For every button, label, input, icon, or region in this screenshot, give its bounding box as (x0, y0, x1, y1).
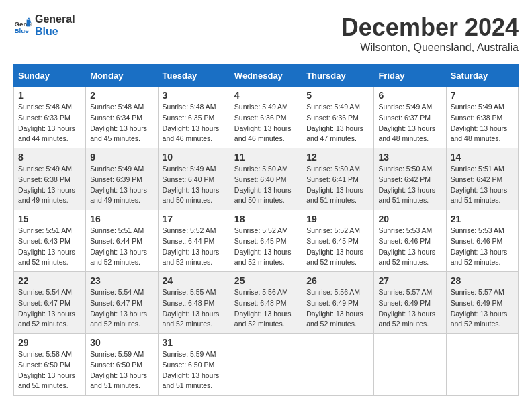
day-cell (302, 334, 374, 396)
day-number: 20 (378, 214, 441, 224)
sunrise-label: Sunrise: 5:50 AM (378, 165, 432, 173)
day-number: 16 (90, 214, 153, 224)
sunrise-label: Sunrise: 5:56 AM (306, 288, 360, 296)
daylight-minutes: and 51 minutes. (306, 196, 357, 204)
day-number: 1 (18, 90, 81, 101)
day-number: 8 (18, 152, 81, 163)
month-title: December 2024 (341, 13, 519, 42)
daylight-label: Daylight: 13 hours (306, 310, 363, 318)
logo-icon: General Blue (13, 16, 32, 35)
week-row-1: 1 Sunrise: 5:48 AM Sunset: 6:33 PM Dayli… (14, 87, 519, 148)
daylight-minutes: and 52 minutes. (234, 320, 285, 328)
day-cell: 18 Sunrise: 5:52 AM Sunset: 6:45 PM Dayl… (230, 210, 302, 272)
daylight-minutes: and 52 minutes. (163, 320, 213, 328)
sunrise-label: Sunrise: 5:51 AM (451, 165, 504, 173)
sunset-label: Sunset: 6:41 PM (306, 175, 359, 183)
sunrise-label: Sunrise: 5:57 AM (378, 288, 432, 296)
logo: General Blue General Blue (13, 13, 75, 38)
daylight-label: Daylight: 13 hours (451, 310, 508, 318)
day-cell: 30 Sunrise: 5:59 AM Sunset: 6:50 PM Dayl… (86, 334, 158, 396)
daylight-label: Daylight: 13 hours (451, 186, 508, 194)
sunset-label: Sunset: 6:40 PM (234, 175, 287, 183)
day-number: 19 (306, 214, 369, 224)
logo-general: General (35, 13, 75, 26)
sunrise-label: Sunrise: 5:49 AM (234, 103, 288, 111)
daylight-minutes: and 52 minutes. (163, 258, 213, 266)
day-cell: 19 Sunrise: 5:52 AM Sunset: 6:45 PM Dayl… (302, 210, 374, 272)
logo-blue: Blue (35, 26, 75, 38)
sunrise-label: Sunrise: 5:52 AM (163, 226, 216, 234)
sunrise-label: Sunrise: 5:54 AM (90, 288, 144, 296)
day-info: Sunrise: 5:50 AM Sunset: 6:41 PM Dayligh… (306, 164, 369, 206)
sunset-label: Sunset: 6:49 PM (378, 299, 431, 307)
daylight-minutes: and 48 minutes. (451, 134, 501, 142)
daylight-minutes: and 52 minutes. (378, 320, 429, 328)
sunset-label: Sunset: 6:46 PM (378, 237, 431, 245)
day-number: 6 (378, 90, 441, 101)
sunrise-label: Sunrise: 5:48 AM (18, 103, 72, 111)
daylight-minutes: and 49 minutes. (18, 196, 69, 204)
sunrise-label: Sunrise: 5:49 AM (18, 165, 72, 173)
sunrise-label: Sunrise: 5:58 AM (18, 350, 72, 358)
day-number: 26 (306, 275, 369, 286)
day-cell: 8 Sunrise: 5:49 AM Sunset: 6:38 PM Dayli… (14, 148, 86, 210)
daylight-minutes: and 47 minutes. (306, 134, 357, 142)
day-cell: 5 Sunrise: 5:49 AM Sunset: 6:36 PM Dayli… (302, 87, 374, 148)
sunrise-label: Sunrise: 5:55 AM (163, 288, 216, 296)
day-info: Sunrise: 5:55 AM Sunset: 6:48 PM Dayligh… (163, 287, 226, 330)
day-info: Sunrise: 5:49 AM Sunset: 6:36 PM Dayligh… (234, 102, 298, 144)
daylight-minutes: and 51 minutes. (163, 381, 213, 390)
weekday-header-friday: Friday (374, 65, 446, 87)
sunrise-label: Sunrise: 5:59 AM (163, 350, 216, 358)
day-number: 18 (234, 214, 298, 224)
day-info: Sunrise: 5:54 AM Sunset: 6:47 PM Dayligh… (90, 287, 153, 330)
day-number: 29 (18, 337, 81, 348)
day-number: 28 (451, 275, 514, 286)
day-cell: 2 Sunrise: 5:48 AM Sunset: 6:34 PM Dayli… (86, 87, 158, 148)
daylight-label: Daylight: 13 hours (378, 248, 435, 256)
day-cell (374, 334, 446, 396)
sunset-label: Sunset: 6:50 PM (18, 361, 71, 369)
day-cell: 11 Sunrise: 5:50 AM Sunset: 6:40 PM Dayl… (230, 148, 302, 210)
daylight-label: Daylight: 13 hours (234, 124, 292, 132)
sunset-label: Sunset: 6:39 PM (90, 175, 142, 183)
day-cell: 16 Sunrise: 5:51 AM Sunset: 6:44 PM Dayl… (86, 210, 158, 272)
day-number: 10 (163, 152, 226, 163)
weekday-header-saturday: Saturday (446, 65, 518, 87)
day-number: 24 (163, 275, 226, 286)
day-cell: 24 Sunrise: 5:55 AM Sunset: 6:48 PM Dayl… (158, 272, 230, 334)
weekday-header-row: SundayMondayTuesdayWednesdayThursdayFrid… (14, 65, 519, 87)
page-header: General Blue General Blue December 2024 … (13, 13, 519, 54)
day-cell: 28 Sunrise: 5:57 AM Sunset: 6:49 PM Dayl… (446, 272, 518, 334)
daylight-label: Daylight: 13 hours (163, 371, 220, 379)
day-cell: 14 Sunrise: 5:51 AM Sunset: 6:42 PM Dayl… (446, 148, 518, 210)
weekday-header-sunday: Sunday (14, 65, 86, 87)
daylight-minutes: and 52 minutes. (234, 258, 285, 266)
daylight-minutes: and 52 minutes. (18, 258, 69, 266)
sunset-label: Sunset: 6:33 PM (18, 113, 71, 122)
day-number: 14 (451, 152, 514, 163)
sunset-label: Sunset: 6:43 PM (18, 237, 71, 245)
day-info: Sunrise: 5:57 AM Sunset: 6:49 PM Dayligh… (378, 287, 441, 330)
sunset-label: Sunset: 6:49 PM (451, 299, 503, 307)
daylight-minutes: and 52 minutes. (451, 320, 501, 328)
sunset-label: Sunset: 6:46 PM (451, 237, 503, 245)
day-number: 7 (451, 90, 514, 101)
daylight-minutes: and 46 minutes. (234, 134, 285, 142)
day-number: 5 (306, 90, 369, 101)
daylight-label: Daylight: 13 hours (306, 124, 363, 132)
day-number: 30 (90, 337, 153, 348)
daylight-label: Daylight: 13 hours (18, 371, 75, 379)
day-number: 21 (451, 214, 514, 224)
daylight-label: Daylight: 13 hours (451, 248, 508, 256)
day-number: 11 (234, 152, 298, 163)
sunrise-label: Sunrise: 5:51 AM (18, 226, 72, 234)
daylight-minutes: and 51 minutes. (378, 196, 429, 204)
day-info: Sunrise: 5:59 AM Sunset: 6:50 PM Dayligh… (163, 349, 226, 392)
sunset-label: Sunset: 6:50 PM (163, 361, 215, 369)
day-cell: 1 Sunrise: 5:48 AM Sunset: 6:33 PM Dayli… (14, 87, 86, 148)
daylight-minutes: and 45 minutes. (90, 134, 140, 142)
daylight-label: Daylight: 13 hours (90, 310, 147, 318)
sunset-label: Sunset: 6:48 PM (234, 299, 287, 307)
day-cell (446, 334, 518, 396)
